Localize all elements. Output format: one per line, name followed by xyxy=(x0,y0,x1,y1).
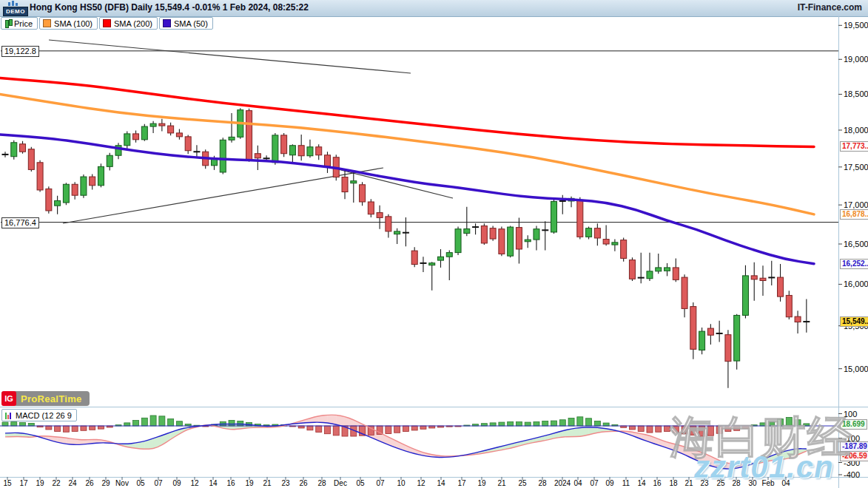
date-axis-label: 16 xyxy=(226,479,235,487)
date-axis-label: 29 xyxy=(101,479,110,487)
date-axis-label: Dec xyxy=(334,479,347,487)
prorealtime-logo[interactable]: IG ProRealTime xyxy=(1,391,90,406)
macd-label-text: MACD (12 26 9 xyxy=(16,411,72,420)
date-axis-label: 25 xyxy=(716,479,724,487)
date-axis-label: 14 xyxy=(209,479,217,487)
plot-layer xyxy=(0,40,838,469)
price-axis-tick-label: 16,500 xyxy=(844,240,868,248)
legend-item-sma-200[interactable]: SMA (200) xyxy=(99,17,158,30)
date-axis-label: 05 xyxy=(136,479,144,487)
price-candle-icon xyxy=(4,19,11,27)
date-axis-label: 25 xyxy=(518,479,526,487)
macd-axis-tick-label: 100 xyxy=(844,410,857,418)
date-axis-label: 2024 xyxy=(554,479,571,487)
prorealtime-wordmark: ProRealTime xyxy=(21,393,82,404)
date-axis-label: 07 xyxy=(376,479,384,487)
date-axis-label: 14 xyxy=(437,479,445,487)
price-axis-badge: 15,549.. xyxy=(840,316,868,327)
sma50-line[interactable] xyxy=(0,135,814,264)
date-axis-label: Feb xyxy=(761,479,774,487)
legend-bar: PriceSMA (100)SMA (200)SMA (50) xyxy=(1,17,213,30)
price-axis-tick-label: 17,500 xyxy=(844,163,868,172)
sma-color-swatch xyxy=(43,19,51,27)
chart-canvas[interactable] xyxy=(0,0,868,488)
date-axis-label: 12 xyxy=(190,479,198,487)
date-axis-label: 07 xyxy=(154,479,162,487)
price-axis-tick-label: 18,000 xyxy=(844,126,868,135)
date-axis-label: 05 xyxy=(356,479,364,487)
date-axis-label: 23 xyxy=(700,479,708,487)
date-axis-label: 19 xyxy=(36,479,44,487)
price-axis-tick-label: 19,000 xyxy=(844,55,868,64)
macd-indicator-label[interactable]: MACD (12 26 9 xyxy=(1,409,77,421)
macd-icon xyxy=(5,412,13,419)
date-axis-label: 17 xyxy=(19,479,27,487)
date-axis-label: 09 xyxy=(172,479,181,487)
price-axis-tick-label: 19,500 xyxy=(844,21,868,30)
date-axis-label: 18 xyxy=(669,479,677,487)
date-axis-label: 23 xyxy=(281,479,289,487)
date-axis-label: 22 xyxy=(52,479,60,487)
price-axis-badge: 16,878.. xyxy=(840,209,868,220)
date-axis-label: 10 xyxy=(397,479,405,487)
trading-platform-window: DEMO Hong Kong HS50 (DFB) Daily 15,549.4… xyxy=(0,0,868,488)
date-axis-label: 04 xyxy=(573,479,582,487)
date-axis-label: 30 xyxy=(748,479,756,487)
ig-logo: IG xyxy=(1,391,16,406)
date-axis-label: 21 xyxy=(684,479,693,487)
date-axis-label: 09 xyxy=(605,479,613,487)
price-axis-tick-label: 15,000 xyxy=(844,365,868,373)
date-axis-label: 11 xyxy=(622,479,630,487)
date-axis-label: 26 xyxy=(85,479,93,487)
legend-item-sma-50[interactable]: SMA (50) xyxy=(159,17,213,30)
legend-item-label: SMA (200) xyxy=(114,19,152,28)
legend-item-label: SMA (100) xyxy=(54,19,92,28)
macd-panel[interactable] xyxy=(0,415,838,469)
price-axis-tick-label: 16,000 xyxy=(844,279,868,288)
date-axis-label: 21 xyxy=(497,479,505,487)
price-axis-tick-label: 17,000 xyxy=(844,200,868,209)
date-axis-label: Nov xyxy=(115,479,129,487)
price-level-label[interactable]: 16,776.4 xyxy=(1,217,39,228)
legend-item-label: SMA (50) xyxy=(174,19,208,28)
price-axis-tick-label: 18,500 xyxy=(844,89,868,98)
macd-axis-badge: 18.699 xyxy=(840,419,867,430)
date-axis-label: 14 xyxy=(637,479,645,487)
date-axis-label: 19 xyxy=(245,479,253,487)
trendline[interactable] xyxy=(49,40,411,73)
sma-color-swatch xyxy=(163,19,171,27)
date-axis-label: 15 xyxy=(3,479,11,487)
date-axis-label: 24 xyxy=(68,479,76,487)
price-level-label[interactable]: 19,122.8 xyxy=(1,46,39,57)
price-axis-badge: 17,773.. xyxy=(840,141,868,152)
date-axis-label: 17 xyxy=(457,479,465,487)
date-axis-label: 28 xyxy=(732,479,740,487)
macd-axis-badge: -187.89 xyxy=(840,441,868,452)
legend-item-label: Price xyxy=(14,19,33,28)
price-axis-badge: 16,252.. xyxy=(840,259,868,269)
sma-color-swatch xyxy=(103,19,111,27)
legend-item-price[interactable]: Price xyxy=(1,17,38,30)
date-axis-label: 07 xyxy=(590,479,598,487)
macd-axis-badge: -206.59 xyxy=(840,451,868,461)
date-axis-label: 21 xyxy=(263,479,271,487)
sma100-line[interactable] xyxy=(0,94,814,214)
date-axis-label: 19 xyxy=(477,479,485,487)
macd-axis-tick-label: -400 xyxy=(844,470,860,479)
date-axis-label: 28 xyxy=(317,479,326,487)
date-axis-label: 26 xyxy=(299,479,307,487)
date-axis-label: 16 xyxy=(653,479,661,487)
macd-signal-line xyxy=(5,415,807,464)
date-axis-label: 28 xyxy=(538,479,546,487)
legend-item-sma-100[interactable]: SMA (100) xyxy=(39,17,98,30)
date-axis-label: 12 xyxy=(417,479,425,487)
date-axis-label: 04 xyxy=(781,479,790,487)
